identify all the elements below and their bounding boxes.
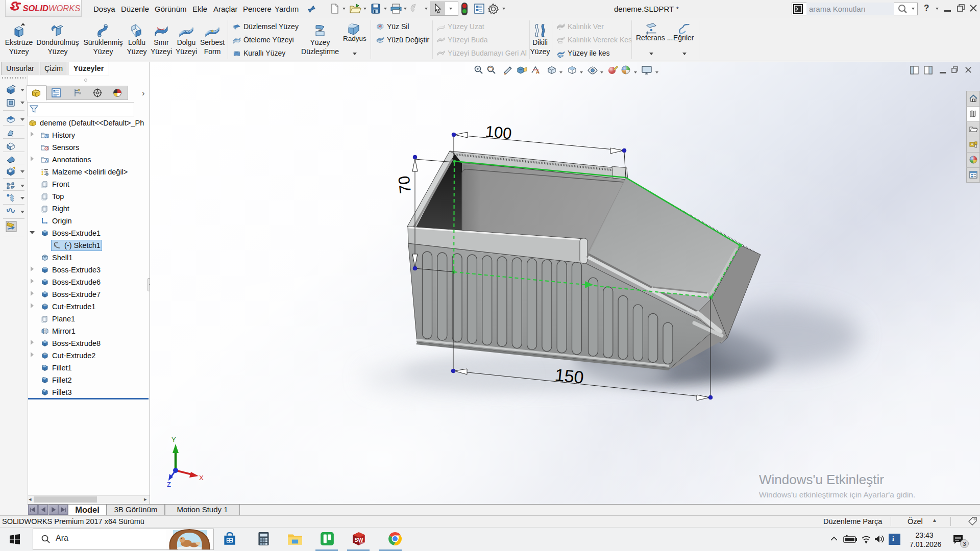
svg-text:2017: 2017 <box>359 542 365 545</box>
svg-text:A: A <box>536 69 540 75</box>
svg-text:X: X <box>199 474 204 482</box>
svg-text:SOLIDWORKS: SOLIDWORKS <box>23 4 81 13</box>
svg-text:Z: Z <box>167 481 171 488</box>
svg-text:Windows'u Etkinleştir: Windows'u Etkinleştir <box>759 472 884 487</box>
svg-text:SW: SW <box>354 537 363 543</box>
svg-text:Windows'u etkinleştirmek için: Windows'u etkinleştirmek için Ayarlar'a … <box>759 490 915 499</box>
svg-text:70: 70 <box>395 175 414 194</box>
svg-text:Y: Y <box>172 436 176 443</box>
svg-text:150: 150 <box>554 365 584 387</box>
svg-text:100: 100 <box>484 122 512 143</box>
